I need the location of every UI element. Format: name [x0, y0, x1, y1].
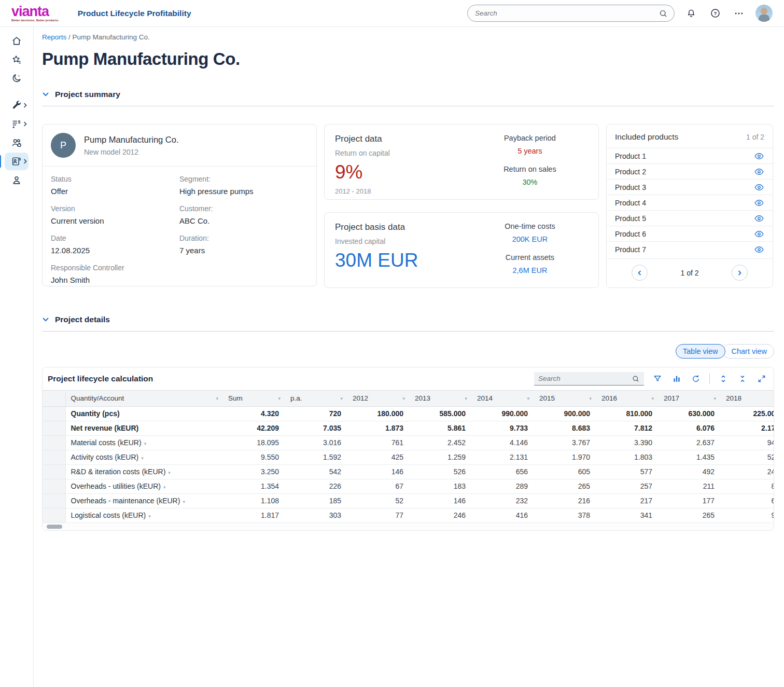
table-search[interactable] [534, 372, 644, 386]
column-menu-caret[interactable]: ▾ [713, 396, 716, 401]
column-header[interactable]: 2015▾ [534, 391, 596, 406]
products-pagination: 1 of 2 [607, 258, 773, 287]
company-field: Responsible ControllerJohn Smith [51, 264, 179, 284]
table-body: Quantity (pcs)4.320720180.000585.000990.… [43, 406, 774, 523]
chart-button[interactable] [671, 373, 682, 384]
cell-value: 82 [721, 479, 774, 493]
sidebar-item-reports[interactable]: $ [5, 153, 29, 170]
column-header[interactable]: 2017▾ [659, 391, 721, 406]
visibility-toggle-button[interactable] [754, 229, 764, 239]
visibility-toggle-button[interactable] [754, 198, 764, 208]
visibility-toggle-button[interactable] [754, 182, 764, 193]
prev-page-button[interactable] [632, 265, 648, 281]
column-header[interactable]: 2013▾ [410, 391, 472, 406]
eye-icon [754, 213, 764, 224]
sidebar-item-home[interactable] [5, 32, 29, 50]
product-row: Product 1 [607, 148, 773, 163]
expand-rows-button[interactable] [718, 373, 729, 384]
help-button[interactable]: ? [708, 6, 722, 21]
row-expand-caret[interactable]: ▾ [163, 485, 166, 490]
filter-button[interactable] [652, 373, 663, 384]
column-header[interactable]: Sum▾ [223, 391, 285, 406]
column-menu-caret[interactable]: ▾ [465, 396, 467, 401]
cell-value: 1.817 [223, 508, 285, 523]
visibility-toggle-button[interactable] [754, 213, 764, 224]
product-row: Product 4 [607, 195, 773, 210]
row-expand-caret[interactable]: ▾ [183, 499, 185, 504]
column-menu-caret[interactable]: ▾ [651, 396, 654, 401]
collapse-rows-button[interactable] [737, 373, 748, 384]
row-expand-caret[interactable]: ▾ [168, 470, 171, 475]
table-search-input[interactable] [538, 375, 632, 382]
cell-value: 605 [534, 464, 596, 479]
chevron-right-icon [23, 158, 27, 164]
search-icon[interactable] [632, 375, 640, 383]
sidebar-item-customers[interactable] [5, 134, 29, 152]
chart-view-button[interactable]: Chart view [722, 344, 775, 359]
cell-value: 416 [472, 508, 534, 523]
home-icon [11, 35, 22, 47]
sidebar-item-favorites[interactable] [5, 51, 29, 68]
product-label: Product 3 [615, 183, 646, 191]
side-metric-value[interactable]: 2,6M EUR [506, 266, 554, 274]
next-page-button[interactable] [732, 265, 748, 281]
column-menu-caret[interactable]: ▾ [527, 396, 529, 401]
cell-value: 68 [721, 493, 774, 508]
column-header[interactable]: Quantity/Account▾ [65, 391, 223, 406]
column-header[interactable]: p.a.▾ [285, 391, 347, 406]
cell-value: 990.000 [472, 406, 534, 421]
visibility-toggle-button[interactable] [754, 167, 764, 177]
section-project-summary[interactable]: Project summary [42, 90, 774, 99]
visibility-toggle-button[interactable] [754, 151, 764, 161]
column-header[interactable]: 2018▾ [721, 391, 774, 406]
column-header[interactable]: 2012▾ [347, 391, 410, 406]
refresh-button[interactable] [690, 373, 702, 384]
search-input[interactable] [475, 9, 659, 17]
field-label: Duration: [179, 234, 308, 242]
row-expand-caret[interactable]: ▾ [141, 456, 144, 461]
column-menu-caret[interactable]: ▾ [589, 396, 592, 401]
notifications-button[interactable] [684, 6, 698, 21]
row-expand-caret[interactable]: ▾ [144, 441, 147, 446]
row-handle [43, 450, 65, 464]
table-row: Overheads - maintenance (kEUR)▾1.1081855… [43, 493, 774, 508]
table-toolbar [534, 372, 767, 386]
row-label: Material costs (kEUR)▾ [65, 435, 223, 450]
section-project-details[interactable]: Project details [42, 315, 774, 324]
table-row: Material costs (kEUR)▾18.0953.0167612.45… [43, 435, 774, 450]
column-menu-caret[interactable]: ▾ [216, 396, 218, 401]
side-metric-value: 30% [503, 178, 556, 186]
more-menu-button[interactable] [732, 6, 746, 21]
eye-icon [754, 229, 764, 239]
cell-value: 1.354 [223, 479, 285, 493]
fullscreen-button[interactable] [756, 373, 767, 384]
sidebar-item-recent[interactable] [5, 70, 29, 87]
sidebar-item-pricing[interactable]: $ [5, 115, 29, 133]
row-label: Overheads - utilities (kEUR)▾ [65, 479, 223, 493]
search-icon[interactable] [659, 9, 668, 18]
column-menu-caret[interactable]: ▾ [340, 396, 343, 401]
row-expand-caret[interactable]: ▾ [148, 514, 151, 519]
cell-value: 226 [285, 479, 347, 493]
column-header[interactable]: 2016▾ [596, 391, 659, 406]
global-search[interactable] [467, 5, 675, 22]
side-metric-value[interactable]: 200K EUR [505, 235, 555, 243]
column-header[interactable]: 2014▾ [472, 391, 534, 406]
fullscreen-icon [757, 374, 766, 383]
column-menu-caret[interactable]: ▾ [402, 396, 405, 401]
page-title: Pump Manufacturing Co. [42, 49, 774, 69]
visibility-toggle-button[interactable] [754, 244, 764, 255]
column-label: 2014 [477, 394, 493, 402]
breadcrumb-link-reports[interactable]: Reports [42, 33, 66, 41]
top-bar: vianta Better decisions. Better products… [0, 0, 784, 27]
scrollbar-thumb[interactable] [47, 525, 62, 529]
sidebar-item-account[interactable] [5, 171, 29, 189]
sidebar-item-tools[interactable] [5, 97, 29, 114]
column-menu-caret[interactable]: ▾ [278, 396, 281, 401]
user-avatar[interactable] [755, 5, 773, 22]
cell-value: 232 [472, 493, 534, 508]
cell-value: 217 [596, 493, 659, 508]
table-view-button[interactable]: Table view [676, 344, 725, 359]
brand-logo[interactable]: vianta Better decisions. Better products… [11, 5, 59, 22]
product-row: Product 2 [607, 163, 773, 179]
